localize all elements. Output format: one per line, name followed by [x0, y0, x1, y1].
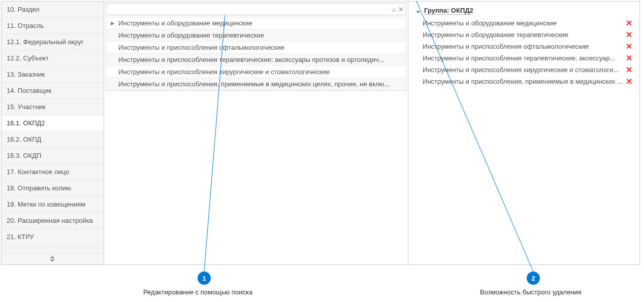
main-window: 10. Раздел 11. Отрасль 12.1. Федеральный… — [1, 1, 640, 265]
result-text: Инструменты и приспособления, применяемы… — [118, 80, 403, 88]
scroll-down-icon[interactable] — [50, 259, 55, 262]
sidebar-scroll-controls — [2, 253, 104, 264]
result-item[interactable]: ▶ Инструменты и оборудование медицинские — [106, 17, 406, 29]
callout-label-2: Возможность быстрого удаления — [480, 288, 582, 296]
chevron-down-icon[interactable]: ⌄ — [415, 7, 421, 14]
selected-item: Инструменты и приспособления, применяемы… — [412, 76, 635, 87]
delete-icon[interactable]: ✕ — [626, 30, 632, 40]
sidebar-item-marks[interactable]: 19. Метки по извещениям — [2, 196, 104, 213]
delete-icon[interactable]: ✕ — [626, 53, 632, 63]
result-item[interactable]: Инструменты и приспособления офтальмолог… — [106, 42, 406, 54]
search-icon[interactable]: ⌕ — [392, 6, 396, 13]
result-text: Инструменты и приспособления хирургическ… — [118, 68, 403, 76]
selected-text: Инструменты и приспособления офтальмолог… — [423, 43, 623, 50]
group-title: Группа: ОКПД2 — [424, 7, 473, 14]
search-input[interactable] — [108, 4, 390, 15]
callout-marker-2: 2 — [527, 272, 540, 285]
delete-icon[interactable]: ✕ — [626, 42, 632, 51]
selected-text: Инструменты и оборудование терапевтическ… — [423, 31, 623, 39]
sidebar-item-okdp[interactable]: 16.3. ОКДП — [2, 148, 104, 164]
selected-item: Инструменты и приспособления терапевтиче… — [412, 52, 635, 64]
selected-text: Инструменты и оборудование медицинские — [423, 19, 623, 27]
results-list: ▶ Инструменты и оборудование медицинские… — [106, 17, 406, 91]
sidebar-item-otrasl[interactable]: 11. Отрасль — [2, 18, 104, 34]
delete-icon[interactable]: ✕ — [626, 77, 632, 86]
result-item[interactable]: Инструменты и приспособления хирургическ… — [106, 66, 406, 78]
delete-icon[interactable]: ✕ — [626, 65, 632, 75]
result-item[interactable]: Инструменты и приспособления терапевтиче… — [106, 54, 406, 66]
result-item[interactable]: Инструменты и оборудование терапевтическ… — [106, 29, 406, 42]
sidebar-item-okpd2[interactable]: 16.1. ОКПД2 — [2, 115, 104, 131]
sidebar-item-extended[interactable]: 20. Расширенная настройка — [2, 213, 104, 229]
selected-panel: ⌄ Группа: ОКПД2 Инструменты и оборудован… — [408, 2, 639, 264]
sidebar-item-federal-okrug[interactable]: 12.1. Федеральный округ — [2, 34, 104, 50]
scroll-up-icon[interactable] — [50, 256, 55, 258]
selected-text: Инструменты и приспособления хирургическ… — [423, 66, 623, 74]
sidebar-item-postavshik[interactable]: 14. Поставщик — [2, 83, 104, 99]
sidebar-item-uchastnik[interactable]: 15. Участник — [2, 99, 104, 115]
search-panel: ⌕ ✕ ▶ Инструменты и оборудование медицин… — [104, 2, 408, 264]
clear-icon[interactable]: ✕ — [398, 6, 404, 13]
result-item[interactable]: Инструменты и приспособления, применяемы… — [106, 78, 406, 90]
sidebar-item-contact[interactable]: 17. Контактное лицо — [2, 164, 104, 180]
sidebar-item-okpd[interactable]: 16.2. ОКПД — [2, 131, 104, 148]
selected-item: Инструменты и оборудование терапевтическ… — [412, 29, 635, 41]
selected-item: Инструменты и приспособления хирургическ… — [412, 64, 635, 76]
result-text: Инструменты и оборудование медицинские — [118, 19, 403, 27]
delete-icon[interactable]: ✕ — [626, 18, 632, 28]
result-text: Инструменты и оборудование терапевтическ… — [118, 31, 403, 39]
callout-label-1: Редактирование с помощью поиска — [143, 288, 252, 296]
sidebar: 10. Раздел 11. Отрасль 12.1. Федеральный… — [2, 2, 104, 264]
selected-item: Инструменты и приспособления офтальмолог… — [412, 41, 635, 52]
selected-text: Инструменты и приспособления, применяемы… — [423, 78, 623, 85]
group-header[interactable]: ⌄ Группа: ОКПД2 — [412, 7, 635, 14]
sidebar-item-zakazchik[interactable]: 13. Заказчик — [2, 66, 104, 83]
result-text: Инструменты и приспособления офтальмолог… — [118, 44, 403, 51]
selected-item: Инструменты и оборудование медицинские ✕ — [412, 17, 635, 29]
search-bar: ⌕ ✕ — [106, 3, 406, 15]
sidebar-item-razdel[interactable]: 10. Раздел — [2, 2, 104, 18]
expand-icon[interactable]: ▶ — [109, 20, 116, 26]
result-text: Инструменты и приспособления терапевтиче… — [118, 56, 403, 63]
callout-marker-1: 1 — [198, 272, 211, 285]
sidebar-item-send-copy[interactable]: 18. Отправить копию — [2, 180, 104, 196]
selected-text: Инструменты и приспособления терапевтиче… — [423, 54, 623, 62]
sidebar-item-ktru[interactable]: 21. КТРУ — [2, 229, 104, 245]
sidebar-item-subject[interactable]: 12.2. Субъект — [2, 50, 104, 66]
